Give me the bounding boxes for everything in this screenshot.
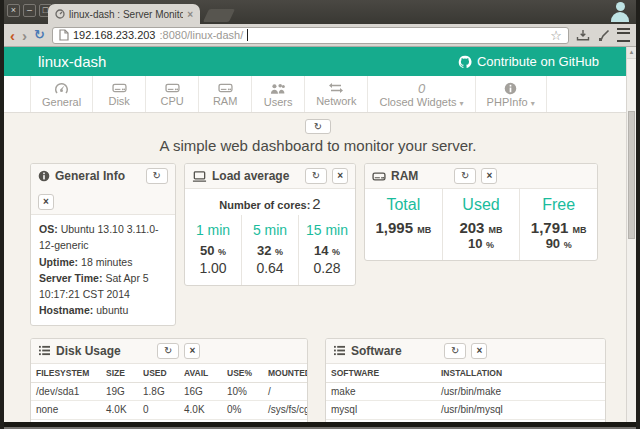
browser-menu-icon[interactable] (617, 28, 630, 42)
os-field: OS:Ubuntu 13.10 3.11.0-12-generic (39, 221, 167, 254)
address-bar[interactable]: 192.168.233.203 :8080/linux-dash/ ☆ (52, 27, 569, 44)
page-tagline: A simple web dashboard to monitor your s… (30, 137, 606, 154)
software-widget: Software ↻ × SOFTWARE INSTALLATION make/… (325, 338, 606, 422)
load-average-widget: Load average ↻ × Number of cores:2 1 min… (184, 163, 356, 286)
page-scrollbar[interactable]: ▲ (626, 47, 636, 422)
list-icon (38, 345, 51, 356)
widget-nav: General Disk CPU RAM Users Network (4, 76, 636, 113)
nav-item-network[interactable]: Network (305, 76, 368, 112)
page-viewport: linux-dash Contribute on GitHub General … (4, 47, 636, 422)
tab-title: linux-dash : Server Monitc (69, 9, 183, 20)
reload-button[interactable]: ↻ (34, 28, 45, 42)
table-row: mysql/usr/bin/mysql (326, 401, 605, 420)
load-average-header: Load average ↻ × (185, 164, 355, 189)
nav-item-closed-widgets[interactable]: 0 Closed Widgets ▾ (368, 76, 475, 112)
close-widget-button[interactable]: × (184, 343, 200, 359)
refresh-button[interactable]: ↻ (454, 168, 476, 184)
profile-avatar[interactable] (610, 2, 630, 23)
download-tray-icon[interactable] (576, 29, 590, 42)
disk-usage-widget: Disk Usage ↻ × FILESYSTEM SIZE USED AVAI… (30, 338, 308, 422)
page-icon (59, 29, 69, 41)
tab-close-icon[interactable]: × (187, 9, 193, 20)
closed-widgets-count: 0 (418, 82, 425, 95)
browser-tab[interactable]: linux-dash : Server Monitc × (48, 4, 200, 24)
nav-item-users[interactable]: Users (252, 76, 305, 112)
refresh-button[interactable]: ↻ (305, 168, 327, 184)
refresh-button[interactable]: ↻ (157, 343, 179, 359)
close-widget-button[interactable]: × (332, 168, 348, 184)
network-arrows-icon (328, 82, 344, 94)
table-row: make/usr/bin/make (326, 382, 605, 401)
close-widget-button[interactable]: × (471, 343, 487, 359)
disk-usage-table: FILESYSTEM SIZE USED AVAIL USE% MOUNTED … (31, 364, 307, 422)
cores-value: 2 (312, 195, 320, 212)
nav-item-ram[interactable]: RAM (199, 76, 252, 112)
close-widget-button[interactable]: × (38, 194, 54, 210)
nav-label: PHPInfo ▾ (487, 96, 535, 108)
nav-label: RAM (213, 95, 237, 107)
nav-label: Network (316, 95, 356, 107)
list-icon (333, 345, 346, 356)
close-widget-button[interactable]: × (481, 168, 497, 184)
nav-item-general[interactable]: General (30, 76, 93, 112)
ram-free-column: Free 1,791 MB 90 % (519, 189, 597, 260)
new-tab-button[interactable] (203, 9, 235, 22)
table-row: none4.0K04.0K0%/sys/fs/cgroup (31, 401, 307, 420)
refresh-all-button[interactable]: ↻ (305, 119, 331, 134)
tab-favicon-icon (55, 9, 65, 19)
window-controls: × – □ (7, 4, 52, 17)
forward-button[interactable]: › (22, 28, 27, 43)
titlebar: × – □ linux-dash : Server Monitc × (4, 0, 636, 24)
app-header: linux-dash Contribute on GitHub (4, 47, 636, 76)
nav-item-cpu[interactable]: CPU (146, 76, 199, 112)
github-icon (458, 55, 472, 69)
hdd-icon (165, 82, 180, 94)
load-5min-column: 5 min 32 % 0.64 (241, 215, 298, 285)
table-row: /dev/sda119G1.8G16G10%/ (31, 382, 307, 401)
refresh-button[interactable]: ↻ (146, 168, 168, 184)
avatar-head (616, 2, 625, 11)
ram-header: RAM ↻ × (365, 164, 597, 189)
nav-label: CPU (161, 95, 184, 107)
widget-title: RAM (391, 169, 449, 183)
disk-usage-header: Disk Usage ↻ × (31, 339, 307, 364)
info-circle-icon (38, 170, 50, 182)
widget-row-1: General Info ↻ × OS:Ubuntu 13.10 3.11.0-… (30, 163, 606, 326)
window-close-button[interactable]: × (7, 4, 20, 17)
table-header-row: FILESYSTEM SIZE USED AVAIL USE% MOUNTED (31, 364, 307, 383)
load-15min-column: 15 min 14 % 0.28 (298, 215, 355, 285)
gauge-icon (54, 82, 69, 95)
widget-row-2: Disk Usage ↻ × FILESYSTEM SIZE USED AVAI… (30, 338, 606, 422)
ram-columns: Total 1,995 MB Used 203 MB 10 % Free 1,7… (365, 189, 597, 260)
nav-label: General (42, 96, 81, 108)
table-header-row: SOFTWARE INSTALLATION (326, 364, 605, 383)
cores-line: Number of cores:2 (185, 189, 355, 215)
ram-used-column: Used 203 MB 10 % (442, 189, 520, 260)
refresh-button[interactable]: ↻ (444, 343, 466, 359)
ram-total-column: Total 1,995 MB (365, 189, 442, 260)
back-button[interactable]: ‹ (10, 28, 15, 43)
nav-item-disk[interactable]: Disk (93, 76, 146, 112)
chevron-down-icon: ▾ (460, 99, 464, 108)
window-minimize-button[interactable]: – (23, 4, 36, 17)
avatar-torso (611, 12, 629, 22)
nav-label: Disk (108, 95, 129, 107)
nav-label: Users (264, 96, 293, 108)
nav-item-phpinfo[interactable]: PHPInfo ▾ (476, 76, 547, 112)
software-table: SOFTWARE INSTALLATION make/usr/bin/make … (326, 364, 605, 422)
contribute-github-link[interactable]: Contribute on GitHub (458, 54, 599, 69)
general-info-header: General Info ↻ × (31, 164, 175, 215)
server-time-field: Server Time:Sat Apr 5 10:17:21 CST 2014 (39, 270, 167, 303)
widget-title: Disk Usage (56, 344, 152, 358)
hdd-icon (112, 82, 127, 94)
load-1min-column: 1 min 50 % 1.00 (185, 215, 241, 285)
bookmark-star-icon[interactable]: ☆ (550, 29, 562, 42)
scroll-up-arrow-icon[interactable]: ▲ (627, 47, 636, 59)
software-header: Software ↻ × (326, 339, 605, 364)
scrollbar-thumb[interactable] (628, 111, 635, 239)
eyedropper-extension-icon[interactable] (597, 29, 610, 42)
url-path: :8080/linux-dash/ (160, 29, 244, 41)
users-icon (270, 82, 286, 95)
nav-label: Closed Widgets ▾ (379, 96, 463, 108)
general-info-widget: General Info ↻ × OS:Ubuntu 13.10 3.11.0-… (30, 163, 176, 326)
